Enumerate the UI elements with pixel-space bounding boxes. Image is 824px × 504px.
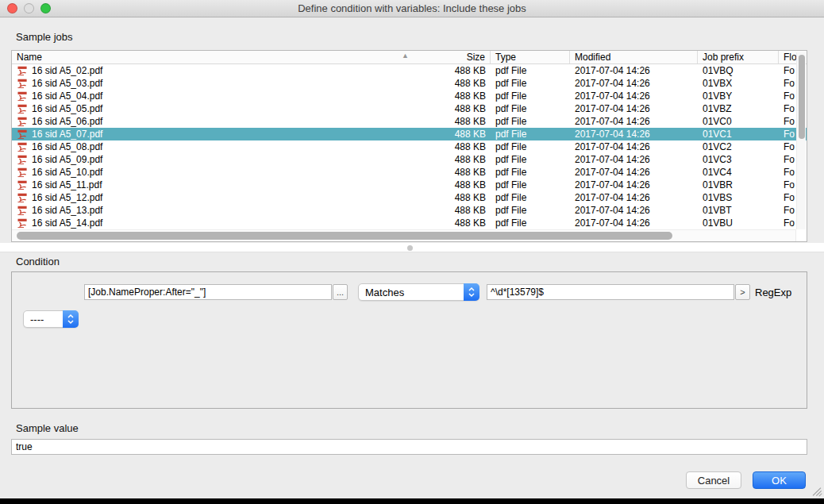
column-header-label: Name: [17, 52, 42, 63]
sample-value-label: Sample value: [16, 422, 79, 434]
pdf-file-icon: [17, 66, 28, 76]
job-type-cell: pdf File: [491, 141, 570, 152]
job-name-cell: 16 sid A5_03.pdf: [12, 78, 414, 89]
table-row[interactable]: 16 sid A5_03.pdf 488 KB pdf File 2017-07…: [12, 77, 807, 90]
table-row[interactable]: 16 sid A5_12.pdf 488 KB pdf File 2017-07…: [12, 191, 807, 204]
job-type-cell: pdf File: [491, 103, 570, 114]
table-row[interactable]: 16 sid A5_13.pdf 488 KB pdf File 2017-07…: [12, 204, 807, 217]
sample-jobs-label: Sample jobs: [16, 31, 73, 43]
pattern-input[interactable]: [487, 284, 734, 300]
job-size-cell: 488 KB: [414, 205, 491, 216]
table-header: Name ▲ Size Type Modified Job prefix Flo: [12, 51, 807, 64]
job-type-cell: pdf File: [491, 179, 570, 190]
table-row[interactable]: 16 sid A5_08.pdf 488 KB pdf File 2017-07…: [12, 140, 807, 153]
pdf-file-icon: [17, 167, 28, 178]
variable-picker-button[interactable]: ...: [333, 284, 348, 300]
pdf-file-icon: [17, 79, 28, 89]
table-row[interactable]: 16 sid A5_10.pdf 488 KB pdf File 2017-07…: [12, 166, 807, 179]
column-header-modified[interactable]: Modified: [570, 51, 698, 63]
table-row[interactable]: 16 sid A5_06.pdf 488 KB pdf File 2017-07…: [12, 115, 807, 128]
title-bar: Define condition with variables: Include…: [0, 0, 824, 17]
job-name-cell: 16 sid A5_02.pdf: [12, 65, 414, 76]
column-header-name[interactable]: Name ▲: [12, 51, 414, 63]
table-row[interactable]: 16 sid A5_11.pdf 488 KB pdf File 2017-07…: [12, 179, 807, 191]
table-row[interactable]: 16 sid A5_07.pdf 488 KB pdf File 2017-07…: [12, 128, 807, 140]
ok-button[interactable]: OK: [753, 471, 806, 489]
job-type-cell: pdf File: [491, 205, 570, 216]
condition-groupbox: ... Matches > RegExp ----: [11, 271, 807, 409]
table-row[interactable]: 16 sid A5_04.pdf 488 KB pdf File 2017-07…: [12, 90, 807, 102]
job-modified-cell: 2017-07-04 14:26: [570, 65, 698, 76]
job-modified-cell: 2017-07-04 14:26: [570, 116, 698, 127]
resize-grip[interactable]: [811, 486, 822, 497]
job-size-cell: 488 KB: [414, 192, 491, 203]
screen-edge: [0, 498, 824, 504]
splitter[interactable]: [0, 243, 824, 252]
vertical-scrollbar-thumb[interactable]: [799, 55, 805, 139]
pattern-menu-button[interactable]: >: [735, 284, 750, 300]
sample-jobs-table: Name ▲ Size Type Modified Job prefix Flo…: [11, 50, 807, 242]
job-prefix-cell: 01VC3: [698, 154, 779, 165]
window-title: Define condition with variables: Include…: [0, 2, 824, 14]
vertical-scrollbar[interactable]: [796, 52, 806, 230]
job-prefix-cell: 01VBU: [698, 217, 779, 229]
job-size-cell: 488 KB: [414, 179, 491, 190]
job-prefix-cell: 01VC1: [698, 129, 779, 140]
traffic-lights: [7, 3, 51, 13]
job-size-cell: 488 KB: [414, 103, 491, 114]
operator-select[interactable]: Matches: [358, 283, 479, 301]
cancel-button[interactable]: Cancel: [686, 471, 741, 489]
job-prefix-cell: 01VBS: [698, 192, 779, 203]
table-body: 16 sid A5_02.pdf 488 KB pdf File 2017-07…: [12, 64, 807, 229]
table-row[interactable]: 16 sid A5_09.pdf 488 KB pdf File 2017-07…: [12, 153, 807, 166]
pdf-file-icon: [17, 206, 28, 216]
job-name-cell: 16 sid A5_07.pdf: [12, 129, 414, 140]
job-type-cell: pdf File: [491, 217, 570, 229]
job-name-cell: 16 sid A5_10.pdf: [12, 167, 414, 178]
pdf-file-icon: [17, 142, 28, 152]
horizontal-scrollbar-thumb[interactable]: [17, 232, 672, 240]
table-row[interactable]: 16 sid A5_02.pdf 488 KB pdf File 2017-07…: [12, 64, 807, 77]
job-modified-cell: 2017-07-04 14:26: [570, 205, 698, 216]
minimize-button[interactable]: [24, 3, 34, 13]
scrollbar-corner: [795, 229, 807, 241]
job-type-cell: pdf File: [491, 90, 570, 102]
table-row[interactable]: 16 sid A5_14.pdf 488 KB pdf File 2017-07…: [12, 217, 807, 229]
job-prefix-cell: 01VBZ: [698, 103, 779, 114]
column-header-type[interactable]: Type: [491, 51, 570, 63]
operator-select-value: Matches: [359, 287, 464, 298]
job-type-cell: pdf File: [491, 78, 570, 89]
job-name-cell: 16 sid A5_12.pdf: [12, 192, 414, 203]
job-size-cell: 488 KB: [414, 78, 491, 89]
job-name-cell: 16 sid A5_04.pdf: [12, 90, 414, 102]
splitter-handle[interactable]: [407, 245, 413, 251]
zoom-button[interactable]: [40, 3, 51, 13]
job-type-cell: pdf File: [491, 116, 570, 127]
combiner-select-value: ----: [24, 314, 63, 325]
regexp-label: RegExp: [755, 287, 791, 298]
job-size-cell: 488 KB: [414, 167, 491, 178]
job-modified-cell: 2017-07-04 14:26: [570, 167, 698, 178]
define-condition-dialog: Define condition with variables: Include…: [0, 0, 824, 504]
job-type-cell: pdf File: [491, 154, 570, 165]
job-size-cell: 488 KB: [414, 217, 491, 229]
horizontal-scrollbar[interactable]: [12, 229, 807, 241]
job-prefix-cell: 01VBT: [698, 205, 779, 216]
pdf-file-icon: [17, 91, 28, 102]
job-name-cell: 16 sid A5_11.pdf: [12, 179, 414, 190]
job-prefix-cell: 01VBX: [698, 78, 779, 89]
close-button[interactable]: [7, 3, 17, 13]
pdf-file-icon: [17, 218, 28, 229]
column-header-job-prefix[interactable]: Job prefix: [698, 51, 779, 63]
column-header-size[interactable]: Size: [414, 51, 491, 63]
variable-input[interactable]: [84, 284, 332, 300]
table-row[interactable]: 16 sid A5_05.pdf 488 KB pdf File 2017-07…: [12, 102, 807, 115]
job-modified-cell: 2017-07-04 14:26: [570, 192, 698, 203]
job-prefix-cell: 01VC0: [698, 116, 779, 127]
pdf-file-icon: [17, 129, 28, 140]
job-prefix-cell: 01VBQ: [698, 65, 779, 76]
job-size-cell: 488 KB: [414, 65, 491, 76]
popup-stepper-icon: [63, 310, 79, 328]
combiner-select[interactable]: ----: [23, 310, 79, 328]
sample-value-field[interactable]: [11, 439, 807, 455]
